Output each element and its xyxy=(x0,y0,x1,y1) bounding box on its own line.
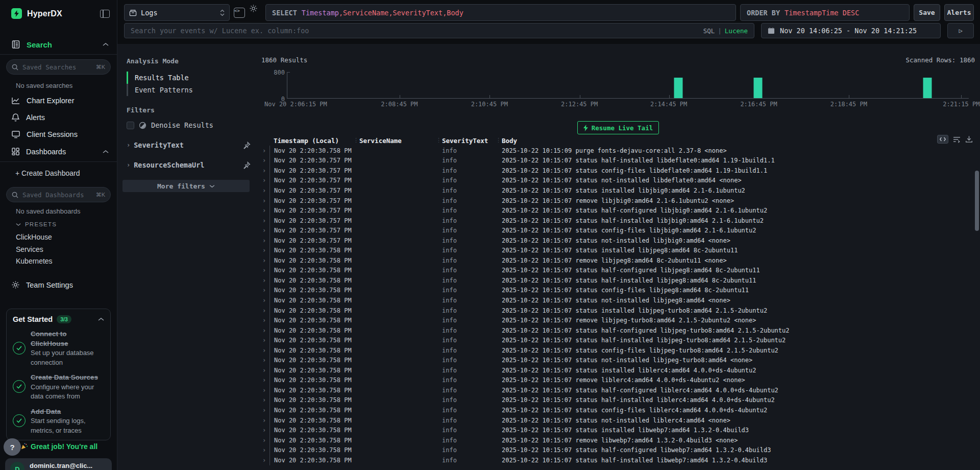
table-row[interactable]: ›Nov 20 2:20:30.758 PMinfo2025-10-22 10:… xyxy=(261,315,975,325)
table-row[interactable]: ›Nov 20 2:20:30.758 PMinfo2025-10-22 10:… xyxy=(261,425,975,435)
column-grip-icon[interactable]: ⋮ xyxy=(353,137,359,144)
row-expand-icon[interactable]: › xyxy=(261,287,270,294)
presets-toggle[interactable]: PRESETS xyxy=(16,221,57,227)
alerts-button[interactable]: Alerts xyxy=(944,4,974,21)
sidebar-item-chart-explorer[interactable]: Chart Explorer xyxy=(11,96,109,105)
row-expand-icon[interactable]: › xyxy=(261,227,270,234)
wrap-lines-icon[interactable] xyxy=(953,136,961,143)
table-row[interactable]: ›Nov 20 2:20:30.758 PMinfo2025-10-22 10:… xyxy=(261,455,975,465)
table-row[interactable]: ›Nov 20 2:20:30.758 PMinfo2025-10-22 10:… xyxy=(261,255,975,266)
row-expand-icon[interactable]: › xyxy=(261,207,270,214)
table-row[interactable]: ›Nov 20 2:20:30.758 PMinfo2025-10-22 10:… xyxy=(261,286,975,296)
chevron-up-icon[interactable] xyxy=(103,150,109,154)
preset-item-services[interactable]: Services xyxy=(16,244,53,256)
table-row[interactable]: ›Nov 20 2:20:30.757 PMinfo2025-10-22 10:… xyxy=(261,225,975,236)
table-scrollbar-thumb[interactable] xyxy=(975,171,979,231)
pin-icon[interactable] xyxy=(243,142,251,149)
table-row[interactable]: ›Nov 20 2:20:30.758 PMinfo2025-10-22 10:… xyxy=(261,365,975,375)
table-row[interactable]: ›Nov 20 2:20:30.758 PMinfo2025-10-22 10:… xyxy=(261,405,975,415)
get-started-step[interactable]: Add DataStart sending logs, metrics, or … xyxy=(13,407,104,435)
row-expand-icon[interactable]: › xyxy=(261,297,270,304)
table-row[interactable]: ›Nov 20 2:20:30.757 PMinfo2025-10-22 10:… xyxy=(261,216,975,226)
row-expand-icon[interactable]: › xyxy=(261,457,270,464)
table-row[interactable]: ›Nov 20 2:20:30.757 PMinfo2025-10-22 10:… xyxy=(261,176,975,186)
column-header-body[interactable]: ⋮Body xyxy=(499,137,975,145)
table-row[interactable]: ›Nov 20 2:20:30.758 PMinfo2025-10-22 10:… xyxy=(261,395,975,406)
table-row[interactable]: ›Nov 20 2:20:30.758 PMinfo2025-10-22 10:… xyxy=(261,245,975,255)
table-row[interactable]: ›Nov 20 2:20:30.758 PMinfo2025-10-22 10:… xyxy=(261,306,975,316)
filter-field-severitytext[interactable]: › SeverityText xyxy=(127,141,251,149)
pin-icon[interactable] xyxy=(243,161,251,169)
query-language-toggle[interactable]: SQL|Lucene xyxy=(703,27,748,35)
row-expand-icon[interactable]: › xyxy=(261,197,270,204)
denoise-checkbox[interactable] xyxy=(127,122,134,129)
column-grip-icon[interactable]: ⋮ xyxy=(436,137,442,144)
mode-results-table[interactable]: Results Table xyxy=(127,72,251,84)
table-row[interactable]: ›Nov 20 2:20:30.758 PMinfo2025-10-22 10:… xyxy=(261,146,975,156)
table-row[interactable]: ›Nov 20 2:20:30.758 PMinfo2025-10-22 10:… xyxy=(261,275,975,286)
table-row[interactable]: ›Nov 20 2:20:30.758 PMinfo2025-10-22 10:… xyxy=(261,445,975,455)
row-expand-icon[interactable]: › xyxy=(261,167,270,174)
save-button[interactable]: Save xyxy=(914,4,940,21)
row-expand-icon[interactable]: › xyxy=(261,447,270,454)
histogram-bar[interactable] xyxy=(754,78,763,98)
user-menu[interactable]: D dominic.tran@clic... dominic.tran@clic… xyxy=(5,458,112,470)
download-icon[interactable] xyxy=(965,135,973,143)
row-expand-icon[interactable]: › xyxy=(261,367,270,374)
table-row[interactable]: ›Nov 20 2:20:30.757 PMinfo2025-10-22 10:… xyxy=(261,166,975,176)
sidebar-item-search[interactable]: Search xyxy=(11,40,109,49)
row-expand-icon[interactable]: › xyxy=(261,427,270,434)
date-range-picker[interactable]: Nov 20 14:06:25 - Nov 20 14:21:25 xyxy=(761,23,941,38)
table-row[interactable]: ›Nov 20 2:20:30.758 PMinfo2025-10-22 10:… xyxy=(261,335,975,345)
table-row[interactable]: ›Nov 20 2:20:30.758 PMinfo2025-10-22 10:… xyxy=(261,266,975,276)
column-header-servicename[interactable]: ⋮ServiceName xyxy=(356,137,439,145)
sidebar-collapse-icon[interactable] xyxy=(100,10,110,18)
row-expand-icon[interactable]: › xyxy=(261,347,270,354)
histogram-chart[interactable]: 800 0 Nov 20 2:06:15 PM2:08:45 PM2:10:45… xyxy=(261,72,975,108)
row-expand-icon[interactable]: › xyxy=(261,357,270,364)
table-row[interactable]: ›Nov 20 2:20:30.758 PMinfo2025-10-22 10:… xyxy=(261,385,975,395)
row-expand-icon[interactable]: › xyxy=(261,157,270,164)
histogram-bar[interactable] xyxy=(674,78,683,98)
table-row[interactable]: ›Nov 20 2:20:30.758 PMinfo2025-10-22 10:… xyxy=(261,375,975,386)
source-settings-gear-icon[interactable] xyxy=(249,4,261,21)
row-expand-icon[interactable]: › xyxy=(261,187,270,194)
table-row[interactable]: ›Nov 20 2:20:30.758 PMinfo2025-10-22 10:… xyxy=(261,295,975,306)
filter-field-resourceschemaurl[interactable]: › ResourceSchemaUrl xyxy=(127,161,251,169)
sidebar-item-client-sessions[interactable]: Client Sessions xyxy=(11,130,109,138)
preset-item-kubernetes[interactable]: Kubernetes xyxy=(16,255,53,268)
source-select[interactable]: Logs xyxy=(124,4,230,21)
sidebar-item-dashboards[interactable]: Dashboards xyxy=(11,147,109,156)
row-expand-icon[interactable]: › xyxy=(261,387,270,394)
mode-event-patterns[interactable]: Event Patterns xyxy=(127,84,251,96)
create-dashboard-button[interactable]: + Create Dashboard xyxy=(15,169,80,177)
help-button[interactable]: ? xyxy=(4,438,21,456)
event-search-input[interactable]: Search your events w/ Lucene ex. column:… xyxy=(124,23,754,38)
row-expand-icon[interactable]: › xyxy=(261,247,270,254)
table-row[interactable]: ›Nov 20 2:20:30.758 PMinfo2025-10-22 10:… xyxy=(261,345,975,356)
get-started-step[interactable]: Create Data SourcesConfigure where your … xyxy=(13,372,104,401)
chart-plot-area[interactable] xyxy=(287,72,969,99)
table-row[interactable]: ›Nov 20 2:20:30.758 PMinfo2025-10-22 10:… xyxy=(261,325,975,336)
column-header-timestamp[interactable]: Timestamp (Local) xyxy=(270,137,356,145)
column-header-severitytext[interactable]: ⋮SeverityText xyxy=(439,137,499,145)
run-query-button[interactable]: ▷ xyxy=(947,23,974,38)
select-columns-input[interactable]: SELECT Timestamp,ServiceName,SeverityTex… xyxy=(265,4,736,21)
row-expand-icon[interactable]: › xyxy=(261,417,270,424)
row-expand-icon[interactable]: › xyxy=(261,237,270,244)
row-expand-icon[interactable]: › xyxy=(261,396,270,404)
sidebar-item-team-settings[interactable]: Team Settings xyxy=(11,280,109,289)
order-by-input[interactable]: ORDER BY TimestampTime DESC xyxy=(740,4,910,21)
view-json-toggle-icon[interactable] xyxy=(937,135,948,144)
sql-editor-toggle-icon[interactable]: <> xyxy=(234,8,245,18)
table-row[interactable]: ›Nov 20 2:20:30.757 PMinfo2025-10-22 10:… xyxy=(261,156,975,166)
preset-item-clickhouse[interactable]: ClickHouse xyxy=(16,231,53,244)
chevron-up-icon[interactable] xyxy=(103,42,109,46)
table-row[interactable]: ›Nov 20 2:20:30.757 PMinfo2025-10-22 10:… xyxy=(261,185,975,196)
get-started-step[interactable]: Connect to ClickHouseSet up your databas… xyxy=(13,329,104,367)
language-sql[interactable]: SQL xyxy=(703,27,715,35)
row-expand-icon[interactable]: › xyxy=(261,147,270,154)
row-expand-icon[interactable]: › xyxy=(261,177,270,184)
row-expand-icon[interactable]: › xyxy=(261,337,270,344)
row-expand-icon[interactable]: › xyxy=(261,307,270,314)
